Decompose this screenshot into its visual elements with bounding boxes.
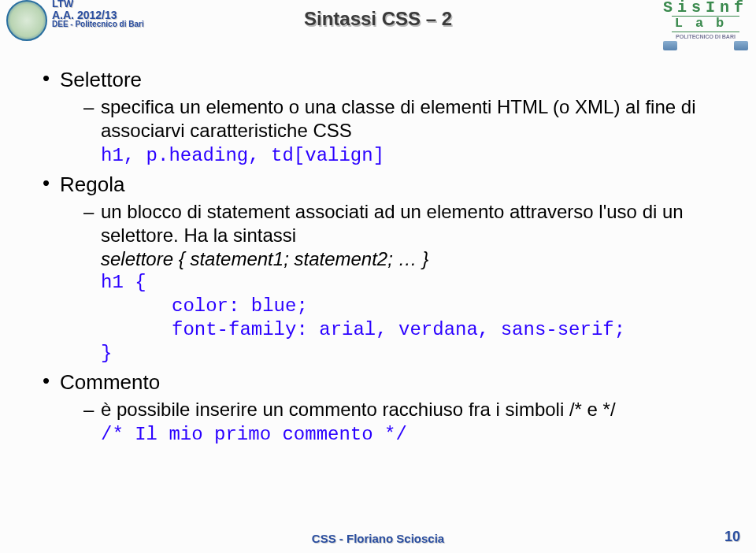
commento-desc-text: è possibile inserire un commento racchiu…: [101, 399, 616, 420]
code-line-3: font-family: arial, verdana, sans-serif;: [172, 319, 625, 340]
page-number: 10: [724, 529, 740, 545]
bullet-commento: Commento è possibile inserire un comment…: [38, 370, 718, 447]
department-label: DEE - Politecnico di Bari: [52, 20, 144, 29]
slide-footer: CSS - Floriano Scioscia: [0, 532, 756, 545]
regola-desc-text: un blocco di statement associati ad un e…: [101, 201, 684, 246]
bullet-regola: Regola un blocco di statement associati …: [38, 173, 718, 366]
slide-title: Sintassi CSS – 2: [304, 8, 452, 30]
selettore-heading: Selettore: [60, 68, 142, 91]
polytechnic-label: POLITECNICO DI BARI: [663, 34, 748, 39]
course-abbr: LTW: [52, 0, 144, 9]
code-line-1: h1 {: [101, 272, 146, 293]
right-logo-block: SisInf Lab POLITECNICO DI BARI: [663, 0, 748, 50]
sisinf-label: SisInf: [663, 0, 748, 16]
regola-syntax: selettore { statement1; statement2; … }: [101, 248, 428, 269]
left-text-block: LTW A.A. 2012/13 DEE - Politecnico di Ba…: [52, 0, 144, 29]
slide-header: LTW A.A. 2012/13 DEE - Politecnico di Ba…: [0, 0, 756, 44]
regola-code-block: h1 { color: blue; font-family: arial, ve…: [101, 271, 718, 366]
slide-body: Selettore specifica un elemento o una cl…: [0, 44, 756, 447]
academic-year: A.A. 2012/13: [52, 9, 144, 21]
commento-heading: Commento: [60, 370, 160, 394]
commento-desc: è possibile inserire un commento racchiu…: [83, 398, 718, 447]
code-line-2: color: blue;: [172, 295, 308, 317]
right-mini-icons: [663, 41, 748, 50]
selettore-code: h1, p.heading, td[valign]: [101, 145, 384, 166]
commento-code: /* Il mio primo commento */: [101, 424, 407, 445]
bullet-selettore: Selettore specifica un elemento o una cl…: [38, 68, 718, 168]
selettore-desc: specifica un elemento o una classe di el…: [83, 95, 718, 168]
university-seal-icon: [6, 0, 47, 41]
regola-heading: Regola: [60, 173, 124, 196]
code-line-4: }: [101, 343, 112, 364]
selettore-desc-text: specifica un elemento o una classe di el…: [101, 96, 695, 141]
mini-icon: [734, 41, 748, 50]
mini-icon: [663, 41, 677, 50]
regola-desc: un blocco di statement associati ad un e…: [83, 200, 718, 366]
lab-label: Lab: [672, 16, 740, 32]
left-logo-block: LTW A.A. 2012/13 DEE - Politecnico di Ba…: [6, 0, 144, 41]
